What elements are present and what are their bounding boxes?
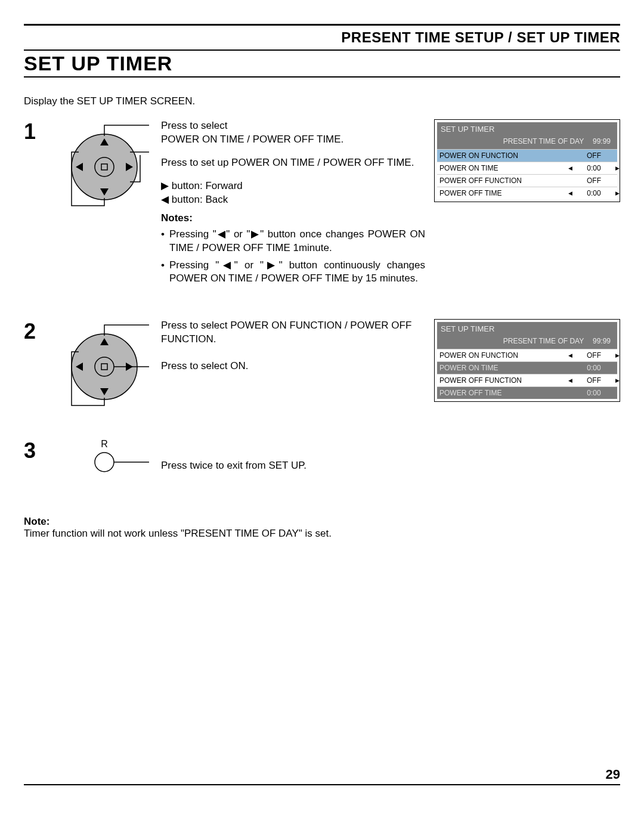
footer-note: Note: Timer function will not work unles…	[24, 516, 620, 540]
osd1-row-1: POWER ON TIME ◀0:00▶	[437, 162, 617, 174]
step2-line2: Press to select ON.	[161, 360, 425, 373]
osd1-present-val: 99:99	[590, 137, 614, 145]
svg-point-1	[95, 157, 114, 176]
step-3-number: 3	[24, 438, 36, 463]
step1-notes-label: Notes:	[161, 212, 425, 225]
osd-panel-2: SET UP TIMER PRESENT TIME OF DAY 99:99 P…	[434, 319, 620, 402]
osd2-row-1: POWER ON TIME 0:00	[437, 361, 617, 374]
osd1-row-2: POWER OFF FUNCTION OFF	[437, 174, 617, 187]
step-2-number: 2	[24, 319, 36, 344]
footer-note-label: Note:	[24, 516, 620, 528]
osd2-present-label: PRESENT TIME OF DAY	[503, 337, 584, 345]
step3-line1: Press twice to exit from SET UP.	[161, 460, 306, 471]
step1-line2: Press to set up POWER ON TIME / POWER OF…	[161, 156, 425, 170]
step1-note1: Pressing "◀" or "▶" button once changes …	[161, 228, 425, 255]
step1-line1: Press to select	[161, 120, 228, 131]
osd1-present-label: PRESENT TIME OF DAY	[503, 137, 584, 145]
osd2-title: SET UP TIMER	[437, 322, 617, 336]
osd1-row-0: POWER ON FUNCTION OFF	[437, 149, 617, 162]
osd1-row-3: POWER OFF TIME ◀0:00▶	[437, 187, 617, 199]
osd2-row-0: POWER ON FUNCTION ◀OFF▶	[437, 349, 617, 361]
step-2: 2 Press to select POWER ON	[24, 319, 620, 408]
osd2-row-2: POWER OFF FUNCTION ◀OFF▶	[437, 374, 617, 386]
footer-note-text: Timer function will not work unless "PRE…	[24, 528, 620, 540]
step1-note2: Pressing "◀" or "▶" button continuously …	[161, 259, 425, 286]
step1-back: ◀ button: Back	[161, 194, 228, 205]
section-title: SET UP TIMER	[24, 52, 620, 76]
osd2-row-3: POWER OFF TIME 0:00	[437, 386, 617, 399]
svg-text:R: R	[101, 439, 108, 449]
svg-point-15	[95, 453, 114, 472]
step-3: 3 R Press twice to exit from SET UP.	[24, 438, 620, 480]
osd2-present-val: 99:99	[590, 337, 614, 345]
step2-line1: Press to select POWER ON FUNCTION / POWE…	[161, 319, 425, 346]
page-header-breadcrumb: PRESENT TIME SETUP / SET UP TIMER	[24, 27, 620, 49]
step1-line1b: POWER ON TIME / POWER OFF TIME.	[161, 134, 343, 145]
osd-panel-1: SET UP TIMER PRESENT TIME OF DAY 99:99 P…	[434, 119, 620, 202]
page-number: 29	[606, 767, 620, 782]
osd1-title: SET UP TIMER	[437, 122, 617, 136]
step-1: 1 Pre	[24, 119, 620, 289]
step-1-number: 1	[24, 119, 36, 144]
step1-fwd: ▶ button: Forward	[161, 180, 243, 191]
dpad-icon	[60, 319, 149, 408]
svg-point-8	[95, 357, 114, 376]
r-button-icon: R	[60, 438, 149, 480]
intro-text: Display the SET UP TIMER SCREEN.	[24, 95, 620, 107]
dpad-icon	[60, 119, 149, 209]
